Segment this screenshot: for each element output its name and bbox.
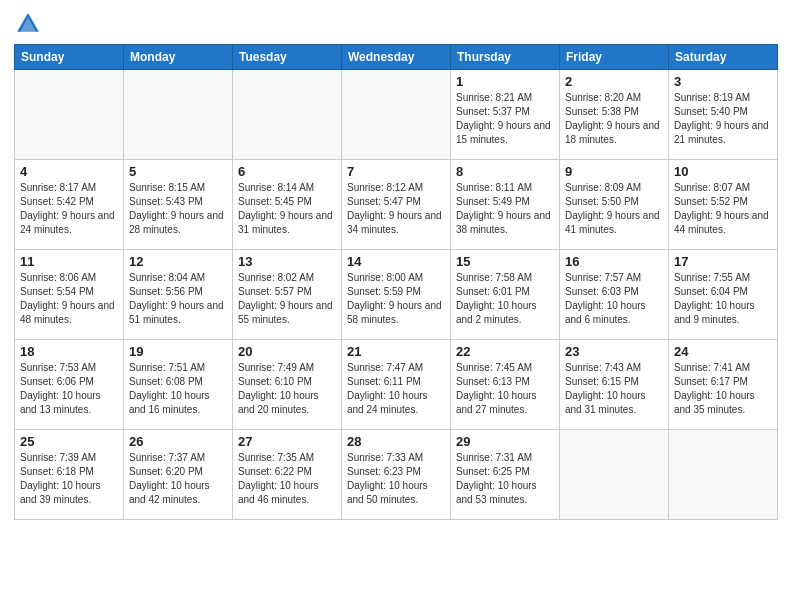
calendar-cell: 12Sunrise: 8:04 AM Sunset: 5:56 PM Dayli…	[124, 250, 233, 340]
calendar-cell	[124, 70, 233, 160]
calendar-cell: 17Sunrise: 7:55 AM Sunset: 6:04 PM Dayli…	[669, 250, 778, 340]
day-info: Sunrise: 8:14 AM Sunset: 5:45 PM Dayligh…	[238, 181, 336, 237]
calendar-cell	[669, 430, 778, 520]
day-info: Sunrise: 8:19 AM Sunset: 5:40 PM Dayligh…	[674, 91, 772, 147]
day-number: 26	[129, 434, 227, 449]
day-info: Sunrise: 7:55 AM Sunset: 6:04 PM Dayligh…	[674, 271, 772, 327]
day-number: 17	[674, 254, 772, 269]
day-info: Sunrise: 8:07 AM Sunset: 5:52 PM Dayligh…	[674, 181, 772, 237]
calendar-cell: 3Sunrise: 8:19 AM Sunset: 5:40 PM Daylig…	[669, 70, 778, 160]
calendar-cell: 23Sunrise: 7:43 AM Sunset: 6:15 PM Dayli…	[560, 340, 669, 430]
weekday-header-wednesday: Wednesday	[342, 45, 451, 70]
calendar-cell: 26Sunrise: 7:37 AM Sunset: 6:20 PM Dayli…	[124, 430, 233, 520]
calendar-cell: 1Sunrise: 8:21 AM Sunset: 5:37 PM Daylig…	[451, 70, 560, 160]
day-info: Sunrise: 7:45 AM Sunset: 6:13 PM Dayligh…	[456, 361, 554, 417]
calendar-cell: 14Sunrise: 8:00 AM Sunset: 5:59 PM Dayli…	[342, 250, 451, 340]
day-number: 28	[347, 434, 445, 449]
page: SundayMondayTuesdayWednesdayThursdayFrid…	[0, 0, 792, 612]
calendar-cell: 10Sunrise: 8:07 AM Sunset: 5:52 PM Dayli…	[669, 160, 778, 250]
day-number: 15	[456, 254, 554, 269]
calendar-cell: 5Sunrise: 8:15 AM Sunset: 5:43 PM Daylig…	[124, 160, 233, 250]
day-info: Sunrise: 7:41 AM Sunset: 6:17 PM Dayligh…	[674, 361, 772, 417]
weekday-header-monday: Monday	[124, 45, 233, 70]
day-info: Sunrise: 7:31 AM Sunset: 6:25 PM Dayligh…	[456, 451, 554, 507]
week-row-3: 11Sunrise: 8:06 AM Sunset: 5:54 PM Dayli…	[15, 250, 778, 340]
week-row-1: 1Sunrise: 8:21 AM Sunset: 5:37 PM Daylig…	[15, 70, 778, 160]
day-info: Sunrise: 8:21 AM Sunset: 5:37 PM Dayligh…	[456, 91, 554, 147]
day-info: Sunrise: 8:12 AM Sunset: 5:47 PM Dayligh…	[347, 181, 445, 237]
day-info: Sunrise: 7:58 AM Sunset: 6:01 PM Dayligh…	[456, 271, 554, 327]
day-info: Sunrise: 7:37 AM Sunset: 6:20 PM Dayligh…	[129, 451, 227, 507]
day-number: 7	[347, 164, 445, 179]
calendar-cell: 27Sunrise: 7:35 AM Sunset: 6:22 PM Dayli…	[233, 430, 342, 520]
day-number: 12	[129, 254, 227, 269]
week-row-5: 25Sunrise: 7:39 AM Sunset: 6:18 PM Dayli…	[15, 430, 778, 520]
weekday-header-tuesday: Tuesday	[233, 45, 342, 70]
weekday-header-saturday: Saturday	[669, 45, 778, 70]
day-info: Sunrise: 7:53 AM Sunset: 6:06 PM Dayligh…	[20, 361, 118, 417]
day-number: 24	[674, 344, 772, 359]
calendar-cell: 29Sunrise: 7:31 AM Sunset: 6:25 PM Dayli…	[451, 430, 560, 520]
calendar-cell: 25Sunrise: 7:39 AM Sunset: 6:18 PM Dayli…	[15, 430, 124, 520]
weekday-header-thursday: Thursday	[451, 45, 560, 70]
calendar-cell	[560, 430, 669, 520]
day-info: Sunrise: 7:49 AM Sunset: 6:10 PM Dayligh…	[238, 361, 336, 417]
calendar-cell: 18Sunrise: 7:53 AM Sunset: 6:06 PM Dayli…	[15, 340, 124, 430]
day-number: 9	[565, 164, 663, 179]
logo	[14, 10, 46, 38]
calendar-cell: 8Sunrise: 8:11 AM Sunset: 5:49 PM Daylig…	[451, 160, 560, 250]
weekday-header-row: SundayMondayTuesdayWednesdayThursdayFrid…	[15, 45, 778, 70]
day-info: Sunrise: 8:17 AM Sunset: 5:42 PM Dayligh…	[20, 181, 118, 237]
calendar-cell	[15, 70, 124, 160]
day-number: 6	[238, 164, 336, 179]
calendar-cell	[233, 70, 342, 160]
day-number: 1	[456, 74, 554, 89]
calendar-table: SundayMondayTuesdayWednesdayThursdayFrid…	[14, 44, 778, 520]
day-info: Sunrise: 8:02 AM Sunset: 5:57 PM Dayligh…	[238, 271, 336, 327]
calendar-cell: 21Sunrise: 7:47 AM Sunset: 6:11 PM Dayli…	[342, 340, 451, 430]
day-number: 18	[20, 344, 118, 359]
day-number: 20	[238, 344, 336, 359]
day-info: Sunrise: 8:06 AM Sunset: 5:54 PM Dayligh…	[20, 271, 118, 327]
day-number: 22	[456, 344, 554, 359]
day-info: Sunrise: 8:00 AM Sunset: 5:59 PM Dayligh…	[347, 271, 445, 327]
day-info: Sunrise: 7:43 AM Sunset: 6:15 PM Dayligh…	[565, 361, 663, 417]
calendar-cell: 15Sunrise: 7:58 AM Sunset: 6:01 PM Dayli…	[451, 250, 560, 340]
day-number: 5	[129, 164, 227, 179]
calendar-cell: 7Sunrise: 8:12 AM Sunset: 5:47 PM Daylig…	[342, 160, 451, 250]
header	[14, 10, 778, 38]
day-info: Sunrise: 8:20 AM Sunset: 5:38 PM Dayligh…	[565, 91, 663, 147]
calendar-cell: 20Sunrise: 7:49 AM Sunset: 6:10 PM Dayli…	[233, 340, 342, 430]
calendar-cell: 11Sunrise: 8:06 AM Sunset: 5:54 PM Dayli…	[15, 250, 124, 340]
day-number: 19	[129, 344, 227, 359]
calendar-cell: 16Sunrise: 7:57 AM Sunset: 6:03 PM Dayli…	[560, 250, 669, 340]
day-info: Sunrise: 8:15 AM Sunset: 5:43 PM Dayligh…	[129, 181, 227, 237]
week-row-2: 4Sunrise: 8:17 AM Sunset: 5:42 PM Daylig…	[15, 160, 778, 250]
day-number: 2	[565, 74, 663, 89]
day-info: Sunrise: 8:09 AM Sunset: 5:50 PM Dayligh…	[565, 181, 663, 237]
day-number: 27	[238, 434, 336, 449]
day-number: 3	[674, 74, 772, 89]
calendar-cell: 28Sunrise: 7:33 AM Sunset: 6:23 PM Dayli…	[342, 430, 451, 520]
calendar-cell: 4Sunrise: 8:17 AM Sunset: 5:42 PM Daylig…	[15, 160, 124, 250]
calendar-cell	[342, 70, 451, 160]
calendar-cell: 6Sunrise: 8:14 AM Sunset: 5:45 PM Daylig…	[233, 160, 342, 250]
calendar-cell: 9Sunrise: 8:09 AM Sunset: 5:50 PM Daylig…	[560, 160, 669, 250]
day-number: 8	[456, 164, 554, 179]
logo-icon	[14, 10, 42, 38]
day-number: 10	[674, 164, 772, 179]
day-number: 14	[347, 254, 445, 269]
day-number: 4	[20, 164, 118, 179]
day-info: Sunrise: 7:33 AM Sunset: 6:23 PM Dayligh…	[347, 451, 445, 507]
calendar-cell: 13Sunrise: 8:02 AM Sunset: 5:57 PM Dayli…	[233, 250, 342, 340]
weekday-header-sunday: Sunday	[15, 45, 124, 70]
day-info: Sunrise: 7:39 AM Sunset: 6:18 PM Dayligh…	[20, 451, 118, 507]
day-info: Sunrise: 7:57 AM Sunset: 6:03 PM Dayligh…	[565, 271, 663, 327]
day-info: Sunrise: 7:51 AM Sunset: 6:08 PM Dayligh…	[129, 361, 227, 417]
calendar-cell: 2Sunrise: 8:20 AM Sunset: 5:38 PM Daylig…	[560, 70, 669, 160]
weekday-header-friday: Friday	[560, 45, 669, 70]
day-info: Sunrise: 8:04 AM Sunset: 5:56 PM Dayligh…	[129, 271, 227, 327]
day-info: Sunrise: 7:47 AM Sunset: 6:11 PM Dayligh…	[347, 361, 445, 417]
day-number: 16	[565, 254, 663, 269]
day-info: Sunrise: 7:35 AM Sunset: 6:22 PM Dayligh…	[238, 451, 336, 507]
